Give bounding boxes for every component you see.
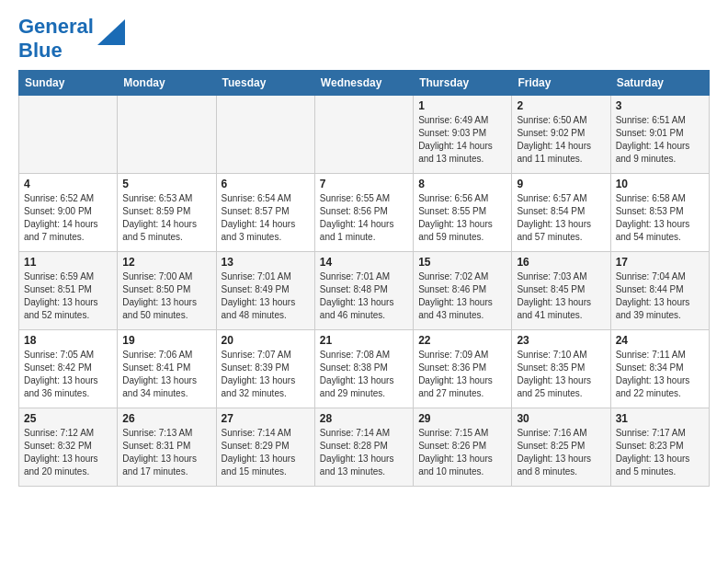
day-info: Sunrise: 7:05 AM Sunset: 8:42 PM Dayligh… — [24, 349, 112, 400]
day-number: 30 — [517, 412, 605, 425]
day-info: Sunrise: 6:52 AM Sunset: 9:00 PM Dayligh… — [24, 192, 112, 244]
calendar-cell-week3-day3: 13Sunrise: 7:01 AM Sunset: 8:49 PM Dayli… — [216, 252, 314, 330]
day-info: Sunrise: 7:06 AM Sunset: 8:41 PM Dayligh… — [122, 349, 210, 400]
calendar-cell-week2-day5: 8Sunrise: 6:56 AM Sunset: 8:55 PM Daylig… — [414, 174, 512, 252]
day-number: 11 — [24, 256, 112, 269]
page-header: GeneralBlue — [18, 15, 710, 63]
day-number: 14 — [320, 256, 408, 269]
calendar-cell-week4-day6: 23Sunrise: 7:10 AM Sunset: 8:35 PM Dayli… — [512, 330, 610, 408]
day-info: Sunrise: 7:14 AM Sunset: 8:28 PM Dayligh… — [320, 427, 408, 478]
calendar-week-1: 1Sunrise: 6:49 AM Sunset: 9:03 PM Daylig… — [19, 96, 710, 174]
weekday-header-monday: Monday — [118, 71, 216, 96]
day-info: Sunrise: 6:51 AM Sunset: 9:01 PM Dayligh… — [616, 114, 704, 166]
day-info: Sunrise: 7:02 AM Sunset: 8:46 PM Dayligh… — [418, 270, 506, 322]
day-info: Sunrise: 6:49 AM Sunset: 9:03 PM Dayligh… — [418, 114, 506, 166]
day-info: Sunrise: 7:01 AM Sunset: 8:49 PM Dayligh… — [222, 270, 310, 322]
day-number: 6 — [222, 178, 310, 190]
calendar-cell-week1-day5: 1Sunrise: 6:49 AM Sunset: 9:03 PM Daylig… — [414, 96, 512, 174]
day-info: Sunrise: 6:50 AM Sunset: 9:02 PM Dayligh… — [517, 114, 605, 166]
calendar-cell-week2-day7: 10Sunrise: 6:58 AM Sunset: 8:53 PM Dayli… — [610, 174, 709, 252]
day-info: Sunrise: 7:00 AM Sunset: 8:50 PM Dayligh… — [122, 270, 210, 322]
logo: GeneralBlue — [18, 15, 125, 63]
day-number: 1 — [418, 99, 506, 112]
day-number: 15 — [418, 256, 506, 269]
day-info: Sunrise: 7:10 AM Sunset: 8:35 PM Dayligh… — [517, 349, 605, 400]
calendar-cell-week4-day5: 22Sunrise: 7:09 AM Sunset: 8:36 PM Dayli… — [414, 330, 512, 408]
calendar-cell-week4-day1: 18Sunrise: 7:05 AM Sunset: 8:42 PM Dayli… — [19, 330, 118, 408]
calendar-week-5: 25Sunrise: 7:12 AM Sunset: 8:32 PM Dayli… — [19, 408, 710, 487]
calendar-week-3: 11Sunrise: 6:59 AM Sunset: 8:51 PM Dayli… — [19, 252, 710, 330]
day-number: 3 — [616, 99, 704, 112]
weekday-header-sunday: Sunday — [19, 71, 118, 96]
calendar-cell-week5-day4: 28Sunrise: 7:14 AM Sunset: 8:28 PM Dayli… — [314, 408, 413, 487]
day-number: 19 — [122, 334, 210, 347]
calendar-cell-week4-day7: 24Sunrise: 7:11 AM Sunset: 8:34 PM Dayli… — [610, 330, 709, 408]
calendar-cell-week1-day4 — [314, 96, 413, 174]
svg-marker-0 — [97, 19, 125, 45]
day-number: 13 — [222, 256, 310, 269]
calendar-cell-week1-day1 — [19, 96, 118, 174]
calendar-cell-week1-day7: 3Sunrise: 6:51 AM Sunset: 9:01 PM Daylig… — [610, 96, 709, 174]
calendar-cell-week1-day3 — [216, 96, 314, 174]
day-info: Sunrise: 7:03 AM Sunset: 8:45 PM Dayligh… — [517, 270, 605, 322]
day-number: 16 — [517, 256, 605, 269]
day-info: Sunrise: 6:57 AM Sunset: 8:54 PM Dayligh… — [517, 192, 605, 244]
calendar-cell-week5-day6: 30Sunrise: 7:16 AM Sunset: 8:25 PM Dayli… — [512, 408, 610, 487]
logo-icon — [97, 19, 125, 45]
day-number: 29 — [418, 412, 506, 425]
calendar-cell-week4-day2: 19Sunrise: 7:06 AM Sunset: 8:41 PM Dayli… — [118, 330, 216, 408]
day-number: 23 — [517, 334, 605, 347]
day-info: Sunrise: 7:16 AM Sunset: 8:25 PM Dayligh… — [517, 427, 605, 478]
weekday-header-saturday: Saturday — [610, 71, 709, 96]
calendar-cell-week2-day2: 5Sunrise: 6:53 AM Sunset: 8:59 PM Daylig… — [118, 174, 216, 252]
calendar-cell-week5-day7: 31Sunrise: 7:17 AM Sunset: 8:23 PM Dayli… — [610, 408, 709, 487]
weekday-header-tuesday: Tuesday — [216, 71, 314, 96]
calendar-cell-week3-day6: 16Sunrise: 7:03 AM Sunset: 8:45 PM Dayli… — [512, 252, 610, 330]
calendar-cell-week2-day4: 7Sunrise: 6:55 AM Sunset: 8:56 PM Daylig… — [314, 174, 413, 252]
day-info: Sunrise: 7:17 AM Sunset: 8:23 PM Dayligh… — [616, 427, 704, 478]
day-info: Sunrise: 7:11 AM Sunset: 8:34 PM Dayligh… — [616, 349, 704, 400]
calendar-table: SundayMondayTuesdayWednesdayThursdayFrid… — [18, 70, 710, 487]
day-number: 21 — [320, 334, 408, 347]
day-number: 31 — [616, 412, 704, 425]
calendar-cell-week5-day5: 29Sunrise: 7:15 AM Sunset: 8:26 PM Dayli… — [414, 408, 512, 487]
weekday-header-friday: Friday — [512, 71, 610, 96]
day-number: 28 — [320, 412, 408, 425]
calendar-cell-week5-day1: 25Sunrise: 7:12 AM Sunset: 8:32 PM Dayli… — [19, 408, 118, 487]
calendar-week-2: 4Sunrise: 6:52 AM Sunset: 9:00 PM Daylig… — [19, 174, 710, 252]
calendar-cell-week4-day3: 20Sunrise: 7:07 AM Sunset: 8:39 PM Dayli… — [216, 330, 314, 408]
day-info: Sunrise: 7:15 AM Sunset: 8:26 PM Dayligh… — [418, 427, 506, 478]
day-info: Sunrise: 6:54 AM Sunset: 8:57 PM Dayligh… — [222, 192, 310, 244]
calendar-cell-week1-day2 — [118, 96, 216, 174]
day-info: Sunrise: 7:08 AM Sunset: 8:38 PM Dayligh… — [320, 349, 408, 400]
day-number: 24 — [616, 334, 704, 347]
day-number: 5 — [122, 178, 210, 190]
day-number: 7 — [320, 178, 408, 190]
calendar-cell-week1-day6: 2Sunrise: 6:50 AM Sunset: 9:02 PM Daylig… — [512, 96, 610, 174]
calendar-cell-week3-day7: 17Sunrise: 7:04 AM Sunset: 8:44 PM Dayli… — [610, 252, 709, 330]
day-info: Sunrise: 6:56 AM Sunset: 8:55 PM Dayligh… — [418, 192, 506, 244]
day-number: 20 — [222, 334, 310, 347]
day-number: 4 — [24, 178, 112, 190]
calendar-cell-week2-day6: 9Sunrise: 6:57 AM Sunset: 8:54 PM Daylig… — [512, 174, 610, 252]
day-number: 22 — [418, 334, 506, 347]
day-info: Sunrise: 7:01 AM Sunset: 8:48 PM Dayligh… — [320, 270, 408, 322]
day-info: Sunrise: 6:53 AM Sunset: 8:59 PM Dayligh… — [122, 192, 210, 244]
day-number: 2 — [517, 99, 605, 112]
day-info: Sunrise: 6:58 AM Sunset: 8:53 PM Dayligh… — [616, 192, 704, 244]
day-number: 17 — [616, 256, 704, 269]
weekday-header-row: SundayMondayTuesdayWednesdayThursdayFrid… — [19, 71, 710, 96]
calendar-cell-week2-day1: 4Sunrise: 6:52 AM Sunset: 9:00 PM Daylig… — [19, 174, 118, 252]
calendar-cell-week3-day4: 14Sunrise: 7:01 AM Sunset: 8:48 PM Dayli… — [314, 252, 413, 330]
day-number: 27 — [222, 412, 310, 425]
day-number: 18 — [24, 334, 112, 347]
calendar-cell-week3-day2: 12Sunrise: 7:00 AM Sunset: 8:50 PM Dayli… — [118, 252, 216, 330]
logo-text: GeneralBlue — [18, 15, 94, 63]
calendar-cell-week4-day4: 21Sunrise: 7:08 AM Sunset: 8:38 PM Dayli… — [314, 330, 413, 408]
day-info: Sunrise: 6:55 AM Sunset: 8:56 PM Dayligh… — [320, 192, 408, 244]
day-info: Sunrise: 7:14 AM Sunset: 8:29 PM Dayligh… — [222, 427, 310, 478]
day-number: 9 — [517, 178, 605, 190]
weekday-header-thursday: Thursday — [414, 71, 512, 96]
calendar-cell-week5-day2: 26Sunrise: 7:13 AM Sunset: 8:31 PM Dayli… — [118, 408, 216, 487]
weekday-header-wednesday: Wednesday — [314, 71, 413, 96]
